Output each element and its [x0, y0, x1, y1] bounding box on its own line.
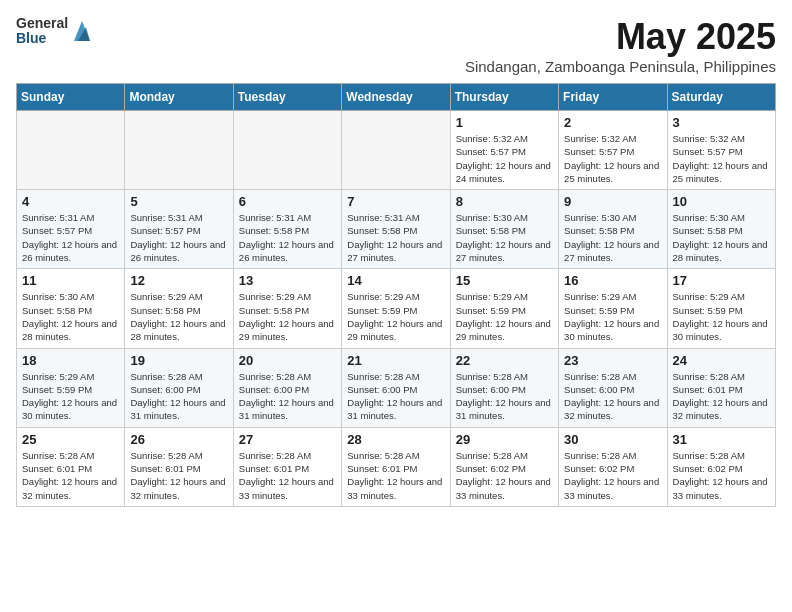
day-info: Sunrise: 5:30 AMSunset: 5:58 PMDaylight:…	[456, 211, 553, 264]
weekday-header-thursday: Thursday	[450, 84, 558, 111]
calendar-day-cell: 15Sunrise: 5:29 AMSunset: 5:59 PMDayligh…	[450, 269, 558, 348]
day-number: 15	[456, 273, 553, 288]
day-info: Sunrise: 5:30 AMSunset: 5:58 PMDaylight:…	[673, 211, 770, 264]
calendar-day-cell: 17Sunrise: 5:29 AMSunset: 5:59 PMDayligh…	[667, 269, 775, 348]
calendar-day-cell: 22Sunrise: 5:28 AMSunset: 6:00 PMDayligh…	[450, 348, 558, 427]
logo-general: General	[16, 16, 68, 31]
day-info: Sunrise: 5:31 AMSunset: 5:58 PMDaylight:…	[347, 211, 444, 264]
calendar-day-cell: 27Sunrise: 5:28 AMSunset: 6:01 PMDayligh…	[233, 427, 341, 506]
day-number: 2	[564, 115, 661, 130]
calendar-week-row: 18Sunrise: 5:29 AMSunset: 5:59 PMDayligh…	[17, 348, 776, 427]
title-section: May 2025 Sindangan, Zamboanga Peninsula,…	[465, 16, 776, 75]
weekday-header-saturday: Saturday	[667, 84, 775, 111]
calendar-week-row: 25Sunrise: 5:28 AMSunset: 6:01 PMDayligh…	[17, 427, 776, 506]
day-number: 26	[130, 432, 227, 447]
weekday-header-wednesday: Wednesday	[342, 84, 450, 111]
calendar-week-row: 11Sunrise: 5:30 AMSunset: 5:58 PMDayligh…	[17, 269, 776, 348]
day-info: Sunrise: 5:28 AMSunset: 6:01 PMDaylight:…	[673, 370, 770, 423]
calendar-day-cell: 8Sunrise: 5:30 AMSunset: 5:58 PMDaylight…	[450, 190, 558, 269]
calendar-day-cell: 28Sunrise: 5:28 AMSunset: 6:01 PMDayligh…	[342, 427, 450, 506]
page-header: General Blue May 2025 Sindangan, Zamboan…	[16, 16, 776, 75]
day-number: 4	[22, 194, 119, 209]
day-number: 18	[22, 353, 119, 368]
day-info: Sunrise: 5:29 AMSunset: 5:59 PMDaylight:…	[347, 290, 444, 343]
day-number: 22	[456, 353, 553, 368]
calendar-day-cell: 20Sunrise: 5:28 AMSunset: 6:00 PMDayligh…	[233, 348, 341, 427]
calendar-day-cell: 18Sunrise: 5:29 AMSunset: 5:59 PMDayligh…	[17, 348, 125, 427]
logo: General Blue	[16, 16, 92, 47]
day-info: Sunrise: 5:28 AMSunset: 6:01 PMDaylight:…	[239, 449, 336, 502]
weekday-header-friday: Friday	[559, 84, 667, 111]
day-number: 3	[673, 115, 770, 130]
day-info: Sunrise: 5:32 AMSunset: 5:57 PMDaylight:…	[456, 132, 553, 185]
day-number: 1	[456, 115, 553, 130]
calendar-day-cell: 19Sunrise: 5:28 AMSunset: 6:00 PMDayligh…	[125, 348, 233, 427]
day-number: 17	[673, 273, 770, 288]
day-number: 13	[239, 273, 336, 288]
day-number: 23	[564, 353, 661, 368]
calendar-day-cell: 3Sunrise: 5:32 AMSunset: 5:57 PMDaylight…	[667, 111, 775, 190]
calendar-day-cell: 2Sunrise: 5:32 AMSunset: 5:57 PMDaylight…	[559, 111, 667, 190]
calendar-day-cell: 12Sunrise: 5:29 AMSunset: 5:58 PMDayligh…	[125, 269, 233, 348]
calendar-day-cell: 9Sunrise: 5:30 AMSunset: 5:58 PMDaylight…	[559, 190, 667, 269]
calendar-day-cell: 13Sunrise: 5:29 AMSunset: 5:58 PMDayligh…	[233, 269, 341, 348]
calendar-day-cell: 1Sunrise: 5:32 AMSunset: 5:57 PMDaylight…	[450, 111, 558, 190]
day-number: 16	[564, 273, 661, 288]
calendar-week-row: 4Sunrise: 5:31 AMSunset: 5:57 PMDaylight…	[17, 190, 776, 269]
calendar-day-cell: 23Sunrise: 5:28 AMSunset: 6:00 PMDayligh…	[559, 348, 667, 427]
calendar-day-cell: 4Sunrise: 5:31 AMSunset: 5:57 PMDaylight…	[17, 190, 125, 269]
day-number: 10	[673, 194, 770, 209]
calendar-day-cell: 31Sunrise: 5:28 AMSunset: 6:02 PMDayligh…	[667, 427, 775, 506]
day-info: Sunrise: 5:29 AMSunset: 5:59 PMDaylight:…	[564, 290, 661, 343]
day-number: 6	[239, 194, 336, 209]
day-info: Sunrise: 5:29 AMSunset: 5:59 PMDaylight:…	[673, 290, 770, 343]
day-number: 20	[239, 353, 336, 368]
day-number: 29	[456, 432, 553, 447]
calendar-day-cell	[125, 111, 233, 190]
calendar-day-cell	[233, 111, 341, 190]
day-number: 31	[673, 432, 770, 447]
weekday-header-tuesday: Tuesday	[233, 84, 341, 111]
day-info: Sunrise: 5:32 AMSunset: 5:57 PMDaylight:…	[673, 132, 770, 185]
day-info: Sunrise: 5:28 AMSunset: 6:00 PMDaylight:…	[130, 370, 227, 423]
calendar-day-cell: 11Sunrise: 5:30 AMSunset: 5:58 PMDayligh…	[17, 269, 125, 348]
weekday-header-monday: Monday	[125, 84, 233, 111]
day-info: Sunrise: 5:28 AMSunset: 6:00 PMDaylight:…	[456, 370, 553, 423]
day-info: Sunrise: 5:29 AMSunset: 5:59 PMDaylight:…	[22, 370, 119, 423]
day-info: Sunrise: 5:29 AMSunset: 5:59 PMDaylight:…	[456, 290, 553, 343]
calendar-day-cell: 29Sunrise: 5:28 AMSunset: 6:02 PMDayligh…	[450, 427, 558, 506]
day-number: 25	[22, 432, 119, 447]
day-number: 5	[130, 194, 227, 209]
day-info: Sunrise: 5:28 AMSunset: 6:00 PMDaylight:…	[347, 370, 444, 423]
day-number: 28	[347, 432, 444, 447]
day-number: 27	[239, 432, 336, 447]
day-info: Sunrise: 5:31 AMSunset: 5:57 PMDaylight:…	[22, 211, 119, 264]
day-info: Sunrise: 5:30 AMSunset: 5:58 PMDaylight:…	[22, 290, 119, 343]
weekday-header-row: SundayMondayTuesdayWednesdayThursdayFrid…	[17, 84, 776, 111]
logo-icon	[72, 19, 92, 43]
day-info: Sunrise: 5:29 AMSunset: 5:58 PMDaylight:…	[239, 290, 336, 343]
calendar-day-cell: 7Sunrise: 5:31 AMSunset: 5:58 PMDaylight…	[342, 190, 450, 269]
day-number: 11	[22, 273, 119, 288]
calendar-day-cell: 10Sunrise: 5:30 AMSunset: 5:58 PMDayligh…	[667, 190, 775, 269]
day-number: 12	[130, 273, 227, 288]
day-number: 19	[130, 353, 227, 368]
calendar-day-cell: 25Sunrise: 5:28 AMSunset: 6:01 PMDayligh…	[17, 427, 125, 506]
location-subtitle: Sindangan, Zamboanga Peninsula, Philippi…	[465, 58, 776, 75]
calendar-day-cell	[342, 111, 450, 190]
day-info: Sunrise: 5:28 AMSunset: 6:01 PMDaylight:…	[347, 449, 444, 502]
day-number: 8	[456, 194, 553, 209]
calendar-day-cell: 24Sunrise: 5:28 AMSunset: 6:01 PMDayligh…	[667, 348, 775, 427]
calendar-week-row: 1Sunrise: 5:32 AMSunset: 5:57 PMDaylight…	[17, 111, 776, 190]
calendar-day-cell: 26Sunrise: 5:28 AMSunset: 6:01 PMDayligh…	[125, 427, 233, 506]
day-info: Sunrise: 5:32 AMSunset: 5:57 PMDaylight:…	[564, 132, 661, 185]
day-info: Sunrise: 5:28 AMSunset: 6:01 PMDaylight:…	[22, 449, 119, 502]
calendar-day-cell: 6Sunrise: 5:31 AMSunset: 5:58 PMDaylight…	[233, 190, 341, 269]
calendar-day-cell	[17, 111, 125, 190]
calendar-table: SundayMondayTuesdayWednesdayThursdayFrid…	[16, 83, 776, 507]
day-number: 30	[564, 432, 661, 447]
calendar-day-cell: 30Sunrise: 5:28 AMSunset: 6:02 PMDayligh…	[559, 427, 667, 506]
day-info: Sunrise: 5:28 AMSunset: 6:02 PMDaylight:…	[673, 449, 770, 502]
day-number: 7	[347, 194, 444, 209]
calendar-day-cell: 16Sunrise: 5:29 AMSunset: 5:59 PMDayligh…	[559, 269, 667, 348]
